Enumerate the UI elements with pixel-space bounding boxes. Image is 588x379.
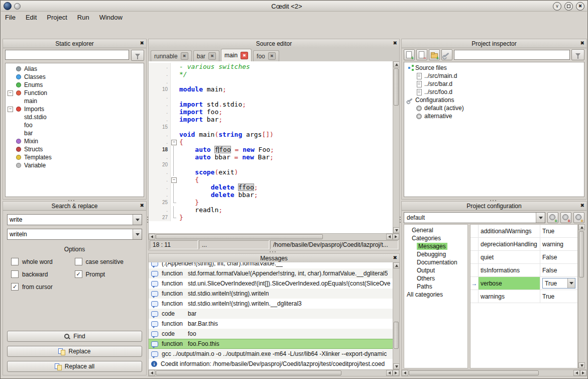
message-row[interactable]: (.(Appender!(string), int, char).formatV… (149, 262, 399, 268)
property-row-additionalwarnings[interactable]: additionalWarningsTrue (471, 225, 577, 238)
explorer-child-std-stdio[interactable]: std.stdio (6, 113, 144, 121)
tab-close-icon[interactable]: ✖ (208, 52, 216, 60)
message-row[interactable]: codefoo (149, 329, 399, 339)
splitter-grip[interactable] (490, 200, 491, 201)
filter-button[interactable] (571, 49, 584, 60)
configuration-select[interactable]: default (404, 212, 545, 223)
scroll-up-button[interactable] (393, 262, 400, 268)
scroll-left-button-2[interactable] (386, 234, 393, 240)
collapse-toggle-icon[interactable]: − (8, 90, 13, 96)
message-row[interactable]: functionbar.Bar.this (149, 319, 399, 329)
hscroll-thumb[interactable] (409, 370, 539, 375)
inspector-child--src-bar-d[interactable]: ../src/bar.d (404, 80, 584, 88)
explorer-node-mixin[interactable]: Mixin (6, 137, 144, 145)
close-button[interactable]: ✖ (576, 2, 584, 11)
menu-project[interactable]: Project (46, 13, 72, 22)
window-menu-icon[interactable] (14, 3, 21, 10)
property-row-verbose[interactable]: →verboseTrue (471, 277, 577, 290)
message-row[interactable]: functionstd.stdio.writeln!(string).write… (149, 299, 399, 309)
scroll-left-button-2[interactable] (573, 370, 580, 376)
editor-tab-runnable[interactable]: runnable✖ (151, 50, 192, 61)
explorer-node-classes[interactable]: Classes (6, 73, 144, 81)
explorer-child-bar[interactable]: bar (6, 129, 144, 137)
explorer-child-main[interactable]: main (6, 97, 144, 105)
combo-dropdown-button[interactable] (567, 278, 575, 288)
find-button[interactable]: Find (7, 331, 142, 342)
explorer-child-foo[interactable]: foo (6, 121, 144, 129)
collapse-toggle-icon[interactable]: − (8, 107, 13, 112)
explorer-node-alias[interactable]: Alias (6, 65, 144, 73)
tab-close-icon[interactable]: ✖ (241, 52, 248, 59)
messages-vscrollbar[interactable] (393, 262, 399, 369)
message-row[interactable]: codebar (149, 309, 399, 319)
checkbox-case-sensitive[interactable]: case sensitive (75, 258, 139, 265)
message-row[interactable]: functionstd.uni.SliceOverIndexed!(int[])… (149, 278, 399, 289)
splitter-grip[interactable] (68, 200, 69, 201)
inspector-child-alternative[interactable]: alternative (404, 112, 584, 120)
scroll-right-button[interactable] (393, 234, 399, 240)
menu-file[interactable]: File (4, 13, 21, 22)
config-category-debugging[interactable]: Debugging (404, 250, 467, 258)
scroll-up-button[interactable] (393, 61, 399, 67)
code-area[interactable]: .- various switches.*/.10module main;..i… (149, 61, 393, 233)
vscroll-thumb[interactable] (394, 68, 399, 106)
splitter-grip[interactable] (270, 251, 271, 252)
splitter-grip[interactable] (400, 217, 401, 218)
inspector-filter-input[interactable] (454, 50, 570, 60)
property-row-quiet[interactable]: quietFalse (471, 251, 577, 264)
editor-tab-foo[interactable]: foo✖ (253, 50, 279, 61)
scroll-left-button[interactable] (402, 370, 408, 376)
inspector-node-source-files[interactable]: Source files (404, 64, 584, 72)
scroll-left-button[interactable] (149, 234, 155, 240)
replace-button[interactable]: Replace (7, 346, 142, 357)
close-panel-icon[interactable]: ✖ (580, 202, 584, 209)
fold-collapse-icon[interactable]: − (171, 140, 177, 145)
config-category-paths[interactable]: Paths (404, 282, 467, 291)
filter-button[interactable] (131, 50, 144, 61)
menu-run[interactable]: Run (76, 13, 94, 22)
menu-window[interactable]: Window (98, 13, 128, 22)
fold-collapse-icon[interactable]: − (171, 177, 177, 183)
explorer-node-structs[interactable]: Structs (6, 145, 144, 153)
replace-combobox[interactable] (7, 229, 142, 240)
configuration-hscrollbar[interactable] (402, 369, 586, 376)
remove-source-button[interactable]: − (416, 49, 427, 60)
add-folder-button[interactable]: + (429, 49, 440, 60)
remove-configuration-button[interactable]: + (573, 212, 584, 223)
replace-input[interactable] (8, 229, 133, 239)
clone-configuration-button[interactable]: + (560, 212, 571, 223)
close-panel-icon[interactable]: ✖ (140, 40, 144, 47)
scroll-down-button[interactable] (578, 362, 585, 368)
property-row-warnings[interactable]: warningsTrue (471, 290, 577, 303)
vscroll-thumb[interactable] (394, 322, 399, 349)
search-input[interactable] (8, 215, 133, 225)
configuration-vscrollbar[interactable] (578, 224, 584, 368)
shade-button[interactable]: ∨ (553, 2, 561, 11)
scroll-left-button[interactable] (149, 370, 155, 376)
project-settings-button[interactable] (441, 49, 452, 60)
configuration-dropdown-button[interactable] (536, 213, 545, 223)
fold-margin[interactable]: − (171, 138, 177, 146)
config-category-categories[interactable]: Categories (404, 234, 467, 242)
close-panel-icon[interactable]: ✖ (393, 254, 397, 261)
checkbox-whole-word[interactable]: whole word (11, 258, 75, 265)
checkbox-prompt[interactable]: ✓Prompt (75, 270, 139, 278)
explorer-node-variable[interactable]: Variable (6, 161, 144, 169)
maximize-button[interactable] (564, 2, 573, 11)
symbol-filter-input[interactable] (5, 50, 129, 60)
scroll-right-button[interactable] (580, 370, 586, 376)
hscroll-thumb[interactable] (156, 370, 341, 375)
replace-dropdown-button[interactable] (133, 229, 142, 239)
explorer-node-function[interactable]: −Function (6, 89, 144, 97)
search-dropdown-button[interactable] (133, 215, 142, 225)
property-value-combo[interactable]: True (542, 278, 575, 289)
scroll-left-button-2[interactable] (386, 370, 393, 376)
messages-hscrollbar[interactable] (149, 369, 399, 376)
tab-close-icon[interactable]: ✖ (268, 52, 276, 60)
add-configuration-button[interactable]: + (547, 212, 558, 223)
inspector-node-configurations[interactable]: Configurations (404, 96, 584, 104)
inspector-child--src-foo-d[interactable]: ../src/foo.d (404, 88, 584, 96)
message-row[interactable]: functionstd.format.formatValue!(Appender… (149, 268, 399, 278)
splitter-grip[interactable] (147, 217, 148, 218)
editor-tab-bar[interactable]: bar✖ (193, 50, 219, 61)
